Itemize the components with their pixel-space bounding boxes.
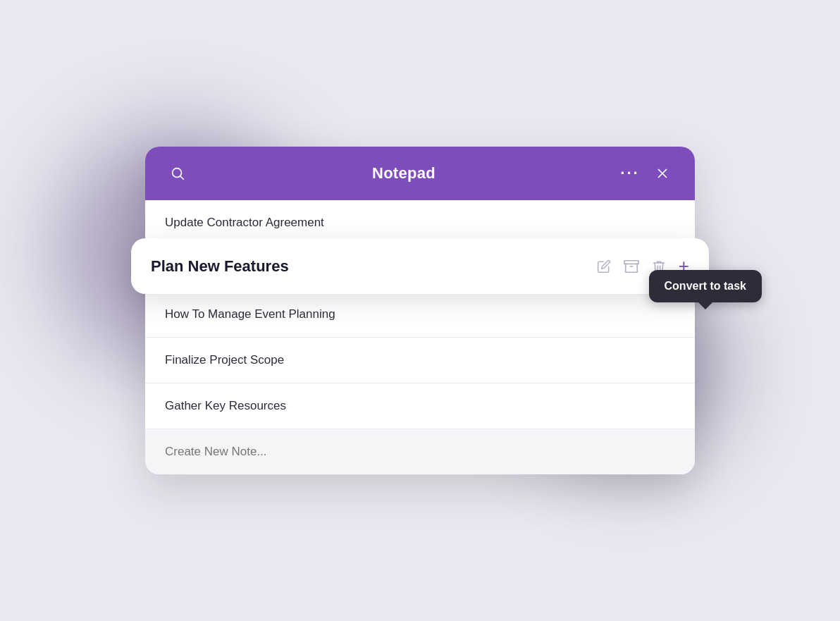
note-item[interactable]: Gather Key Resources xyxy=(145,383,695,429)
archive-icon[interactable] xyxy=(624,259,639,274)
notepad-title: Notepad xyxy=(372,164,436,183)
convert-to-task-tooltip: Convert to task xyxy=(649,270,762,302)
edit-icon[interactable] xyxy=(597,259,611,273)
notepad-header: Notepad ··· xyxy=(145,147,695,200)
note-text: How To Manage Event Planning xyxy=(165,307,335,321)
notepad-panel: Plan New Features xyxy=(145,147,695,474)
more-options-button[interactable]: ··· xyxy=(617,161,643,186)
expanded-note-title: Plan New Features xyxy=(151,257,289,276)
search-button[interactable] xyxy=(165,161,190,186)
expanded-note-card: Plan New Features xyxy=(131,238,709,294)
notes-list: Update Contractor Agreement Plan New Fea… xyxy=(145,200,695,429)
note-text: Update Contractor Agreement xyxy=(165,216,324,229)
svg-line-3 xyxy=(180,176,183,179)
svg-rect-0 xyxy=(624,260,638,264)
note-text: Finalize Project Scope xyxy=(165,353,284,367)
close-button[interactable] xyxy=(650,161,675,186)
note-item[interactable]: Finalize Project Scope xyxy=(145,338,695,383)
note-text: Gather Key Resources xyxy=(165,399,286,412)
create-note-input[interactable] xyxy=(165,445,675,459)
note-item[interactable]: How To Manage Event Planning xyxy=(145,292,695,338)
notepad-footer xyxy=(145,429,695,474)
svg-point-2 xyxy=(173,168,182,178)
